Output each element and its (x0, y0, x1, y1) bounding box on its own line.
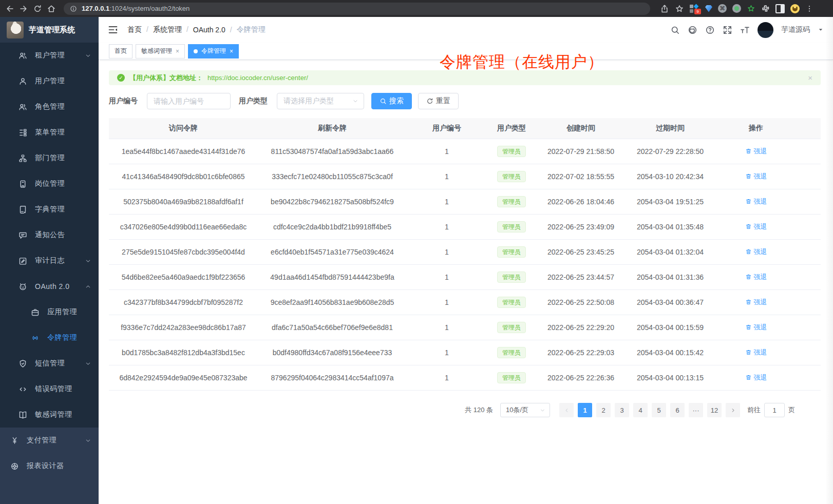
force-logout-button[interactable]: 强退 (745, 273, 767, 282)
page-button[interactable]: 3 (615, 403, 629, 417)
user-type-select[interactable]: 请选择用户类型 (277, 93, 364, 109)
force-logout-button[interactable]: 强退 (745, 298, 767, 307)
sidebar-item-post[interactable]: 岗位管理 (0, 171, 99, 197)
home-icon[interactable] (47, 4, 56, 13)
sidebar-menu: 租户管理 用户管理 角色管理 菜单管理 部门管理 岗位管理 (0, 43, 99, 504)
extension-icon[interactable]: 9 (690, 4, 699, 13)
sidebar-item-audit-log[interactable]: 审计日志 (0, 248, 99, 274)
reset-button[interactable]: 重置 (418, 93, 459, 109)
sidebar: 芋道管理系统 租户管理 用户管理 角色管理 菜单管理 部门管理 (0, 17, 99, 504)
breadcrumb-oauth[interactable]: OAuth 2.0 (193, 26, 237, 34)
page-button[interactable]: 6 (670, 403, 685, 417)
info-icon[interactable] (70, 5, 77, 12)
prev-page-button[interactable] (559, 403, 574, 417)
chevron-down-icon (85, 437, 91, 444)
search-button[interactable]: 搜索 (371, 93, 412, 109)
forward-icon[interactable] (19, 4, 28, 13)
caret-down-icon[interactable] (818, 27, 824, 33)
search-icon[interactable] (670, 25, 680, 35)
user-id-input[interactable] (147, 93, 231, 109)
sidebar-item-tenant[interactable]: 租户管理 (0, 43, 99, 68)
chevron-right-icon (730, 408, 736, 413)
table-row: c347026e805e4d99b0d116eae66eda8c cdfc4ce… (109, 215, 821, 240)
goto-page-input[interactable] (764, 403, 785, 417)
user-name[interactable]: 芋道源码 (781, 25, 810, 34)
puzzle-extension-icon[interactable] (761, 4, 770, 13)
tab-token-management[interactable]: 令牌管理 × (188, 44, 239, 59)
sidebar-collapse-icon[interactable] (108, 25, 118, 35)
sidebar-item-role[interactable]: 角色管理 (0, 94, 99, 120)
command-extension-icon[interactable] (718, 4, 727, 13)
page-ellipsis[interactable]: ··· (689, 403, 703, 417)
chevron-down-icon (540, 408, 545, 413)
star-icon[interactable] (675, 4, 684, 13)
doc-link[interactable]: https://doc.iocoder.cn/user-center/ (207, 74, 308, 82)
force-logout-button[interactable]: 强退 (745, 247, 767, 257)
page-size-select[interactable]: 10条/页 (500, 403, 550, 417)
app-title: 芋道管理系统 (29, 25, 75, 35)
table-row: 1ea5e44f8bc1467aaede43144f31de76 811c530… (109, 139, 821, 164)
sidebar-item-report-designer[interactable]: 报表设计器 (0, 453, 99, 479)
table-row: 6d842e2924594de9a09e45e087323abe 8796295… (109, 365, 821, 391)
sidebar-item-oauth-token[interactable]: 令牌管理 (0, 325, 99, 351)
sidebar-item-user[interactable]: 用户管理 (0, 68, 99, 94)
sidebar-item-oauth-app[interactable]: 应用管理 (0, 299, 99, 325)
alert-close-icon[interactable] (808, 73, 812, 82)
page-button[interactable]: 12 (707, 403, 722, 417)
force-logout-button[interactable]: 强退 (745, 197, 767, 206)
sidebar-item-payment[interactable]: 支付管理 (0, 428, 99, 453)
close-icon[interactable]: × (176, 48, 179, 55)
fullscreen-icon[interactable] (723, 25, 732, 35)
alert-title: 【用户体系】文档地址： (129, 73, 203, 83)
menu-tree-icon (18, 128, 27, 137)
page-button[interactable]: 5 (652, 403, 666, 417)
report-designer-icon (10, 462, 19, 471)
tab-home[interactable]: 首页 (109, 44, 132, 59)
sidebar-item-error-code[interactable]: 错误码管理 (0, 376, 99, 402)
force-logout-button[interactable]: 强退 (745, 172, 767, 181)
next-page-button[interactable] (726, 403, 740, 417)
gem-extension-icon[interactable] (705, 5, 712, 12)
trash-icon (745, 248, 752, 255)
green-star-extension-icon[interactable] (747, 4, 755, 13)
font-size-icon[interactable] (740, 25, 750, 35)
back-icon[interactable] (5, 4, 14, 13)
avatar[interactable] (758, 22, 773, 38)
token-signal-icon (31, 334, 40, 342)
url-text: 127.0.0.1:1024/system/oauth2/token (82, 5, 190, 12)
force-logout-button[interactable]: 强退 (745, 348, 767, 357)
recorder-extension-icon[interactable] (732, 4, 741, 13)
sidebar-item-oauth[interactable]: OAuth 2.0 (0, 274, 99, 299)
open-book-icon (18, 411, 27, 419)
sidebar-item-dept[interactable]: 部门管理 (0, 145, 99, 171)
breadcrumb-home[interactable]: 首页 (127, 25, 153, 34)
menu-dots-icon[interactable] (805, 4, 813, 13)
github-icon[interactable] (688, 25, 697, 35)
sidebar-item-dict[interactable]: 字典管理 (0, 197, 99, 222)
sidebar-item-notice[interactable]: 通知公告 (0, 222, 99, 248)
force-logout-button[interactable]: 强退 (745, 147, 767, 156)
sidebar-item-sensitive-words[interactable]: 敏感词管理 (0, 402, 99, 428)
page-button[interactable]: 2 (596, 403, 611, 417)
force-logout-button[interactable]: 强退 (745, 323, 767, 332)
sidebar-item-menu[interactable]: 菜单管理 (0, 120, 99, 145)
page-button[interactable]: 4 (633, 403, 648, 417)
help-icon[interactable] (705, 25, 715, 35)
table-row: 41c41346a548490f9dc8b01c6bfe0865 333ecfc… (109, 164, 821, 189)
url-bar[interactable]: 127.0.0.1:1024/system/oauth2/token (64, 3, 650, 15)
profile-avatar-icon[interactable] (790, 4, 800, 13)
page-button[interactable]: 1 (578, 403, 592, 417)
tab-sensitive-words[interactable]: 敏感词管理 × (136, 44, 185, 59)
force-logout-button[interactable]: 强退 (745, 222, 767, 231)
side-panel-icon[interactable] (775, 4, 785, 13)
force-logout-button[interactable]: 强退 (745, 373, 767, 382)
doc-alert: 【用户体系】文档地址： https://doc.iocoder.cn/user-… (109, 70, 821, 85)
reload-icon[interactable] (33, 4, 42, 13)
breadcrumb-system[interactable]: 系统管理 (153, 25, 193, 34)
sidebar-item-sms[interactable]: 短信管理 (0, 351, 99, 376)
close-icon[interactable]: × (230, 48, 233, 55)
search-icon (380, 98, 387, 105)
users-icon (18, 51, 27, 60)
share-icon[interactable] (660, 4, 669, 13)
logo-image (7, 22, 24, 38)
